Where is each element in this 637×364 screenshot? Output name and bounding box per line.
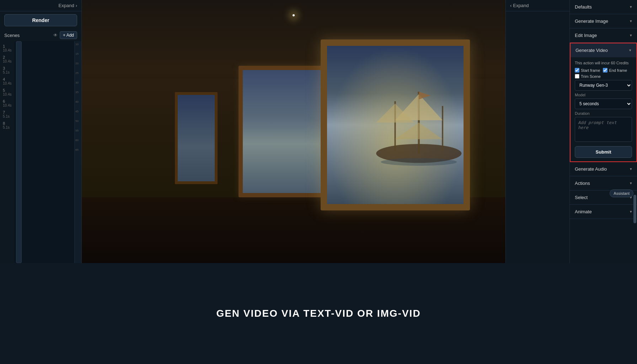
model-label: Model [575, 93, 632, 97]
duration-label: Duration [575, 111, 632, 116]
list-item[interactable]: 5 10.4s [0, 87, 14, 98]
painting-small [175, 92, 218, 184]
svg-marker-8 [419, 92, 430, 99]
end-frame-label: End frame [609, 68, 627, 73]
trim-scene-checkbox[interactable] [575, 74, 579, 79]
defaults-label: Defaults [575, 4, 592, 10]
edit-image-section: Edit Image ▾ [570, 28, 637, 43]
sidebar-top: Expand › [0, 0, 81, 11]
actions-chevron-icon: ▾ [630, 181, 632, 186]
left-chevron-icon: ‹ [510, 3, 512, 8]
right-top: ‹ Expand [506, 0, 569, 11]
assistant-bubble[interactable]: Assistant [610, 189, 633, 197]
select-label: Select [575, 195, 588, 200]
generate-video-label: Generate Video [576, 48, 608, 53]
list-item[interactable]: 1 10.4s [0, 43, 14, 54]
left-expand-label: Expand [59, 3, 74, 8]
render-button[interactable]: Render [4, 14, 77, 26]
duration-select[interactable]: 5 seconds 10 seconds 4 seconds [575, 98, 632, 109]
list-item[interactable]: 3 5.1s [0, 65, 14, 76]
actions-label: Actions [575, 181, 590, 186]
generate-video-chevron-icon: ▾ [629, 48, 631, 53]
scene-numbers: 1 10.4s 2 10.4s 3 5.1s 4 10.4s 5 10.4s [0, 41, 14, 263]
checkbox-row: Start frame End frame [575, 68, 632, 73]
animate-label: Animate [575, 209, 592, 214]
generate-image-label: Generate Image [575, 18, 608, 24]
spotlight [293, 14, 295, 16]
add-label: + Add [63, 33, 74, 38]
scenes-controls: 👁 + Add [53, 31, 77, 39]
add-scene-button[interactable]: + Add [60, 31, 77, 39]
defaults-chevron-icon: ▾ [630, 5, 632, 9]
timeline-ruler: 10 15 20 25 30 35 40 45 50 55 60 65 [74, 41, 81, 263]
start-frame-label: Start frame [581, 68, 600, 73]
submit-button[interactable]: Submit [575, 146, 632, 158]
list-item[interactable]: 6 10.4s [0, 98, 14, 109]
list-item[interactable]: 4 10.4s [0, 76, 14, 87]
model-select[interactable]: Runway Gen-3 Runway Gen-2 Stable Video [575, 80, 632, 91]
select-section: Select ▾ Assistant [570, 191, 637, 205]
canvas-area [82, 0, 505, 263]
svg-marker-5 [395, 123, 443, 139]
list-item[interactable]: 8 5.1s [0, 120, 14, 131]
scenes-list: 1 10.4s 2 10.4s 3 5.1s 4 10.4s 5 10.4s [0, 41, 81, 263]
prompt-textarea[interactable] [575, 117, 632, 142]
trim-scene-row: Trim Scene [575, 74, 632, 79]
generate-image-header[interactable]: Generate Image ▾ [570, 14, 637, 28]
svg-point-7 [381, 158, 457, 166]
defaults-section: Defaults ▾ [570, 0, 637, 14]
timeline-bar [16, 41, 22, 263]
generate-audio-chevron-icon: ▾ [630, 167, 632, 171]
left-sidebar: Expand › Render Scenes 👁 + Add 1 10.4s [0, 0, 82, 263]
painting-medium [239, 66, 327, 197]
bottom-banner: GEN VIDEO VIA TEXT-VID OR IMG-VID [0, 263, 637, 364]
animate-chevron-icon: ▾ [630, 209, 632, 214]
right-sidebar: ‹ Expand [505, 0, 569, 263]
right-expand-button[interactable]: ‹ Expand [510, 3, 529, 8]
scenes-header: Scenes 👁 + Add [0, 29, 81, 41]
right-panel: Defaults ▾ Generate Image ▾ Edit Image ▾… [569, 0, 637, 263]
painting-large [321, 39, 470, 210]
actions-section: Actions ▾ [570, 176, 637, 191]
edit-image-label: Edit Image [575, 33, 597, 38]
list-item[interactable]: 7 5.1s [0, 109, 14, 120]
right-expand-label: Expand [513, 3, 529, 8]
generate-video-header[interactable]: Generate Video ▾ [571, 43, 636, 57]
start-frame-checkbox-item[interactable]: Start frame [575, 68, 600, 73]
generate-audio-label: Generate Audio [575, 166, 607, 172]
edit-image-header[interactable]: Edit Image ▾ [570, 28, 637, 42]
trim-scene-checkbox-item[interactable]: Trim Scene [575, 74, 601, 79]
eye-icon[interactable]: 👁 [53, 33, 58, 38]
assistant-label: Assistant [614, 191, 630, 196]
animate-header[interactable]: Animate ▾ [570, 205, 637, 219]
timeline-track [14, 41, 74, 263]
trim-scene-label: Trim Scene [581, 74, 601, 79]
right-arrow-icon: › [76, 3, 77, 8]
scrollbar-thumb[interactable] [633, 195, 636, 223]
list-item[interactable]: 2 10.4s [0, 54, 14, 65]
ship-svg [348, 77, 470, 172]
end-frame-checkbox[interactable] [603, 68, 607, 73]
submit-label: Submit [595, 149, 611, 155]
generate-video-section: Generate Video ▾ This action will incur … [570, 43, 637, 162]
generate-audio-header[interactable]: Generate Audio ▾ [570, 162, 637, 176]
banner-text: GEN VIDEO VIA TEXT-VID OR IMG-VID [216, 308, 421, 319]
edit-image-chevron-icon: ▾ [630, 33, 632, 38]
museum-scene [82, 0, 505, 263]
generate-audio-section: Generate Audio ▾ [570, 162, 637, 176]
generate-video-content: This action will incur 60 Credits Start … [571, 57, 636, 161]
scenes-label: Scenes [4, 33, 20, 38]
animate-section: Animate ▾ [570, 205, 637, 219]
credits-notice: This action will incur 60 Credits [575, 61, 632, 65]
end-frame-checkbox-item[interactable]: End frame [603, 68, 627, 73]
left-expand-button[interactable]: Expand › [59, 3, 77, 8]
defaults-header[interactable]: Defaults ▾ [570, 0, 637, 14]
generate-image-section: Generate Image ▾ [570, 14, 637, 28]
generate-image-chevron-icon: ▾ [630, 19, 632, 23]
start-frame-checkbox[interactable] [575, 68, 579, 73]
actions-header[interactable]: Actions ▾ [570, 176, 637, 190]
